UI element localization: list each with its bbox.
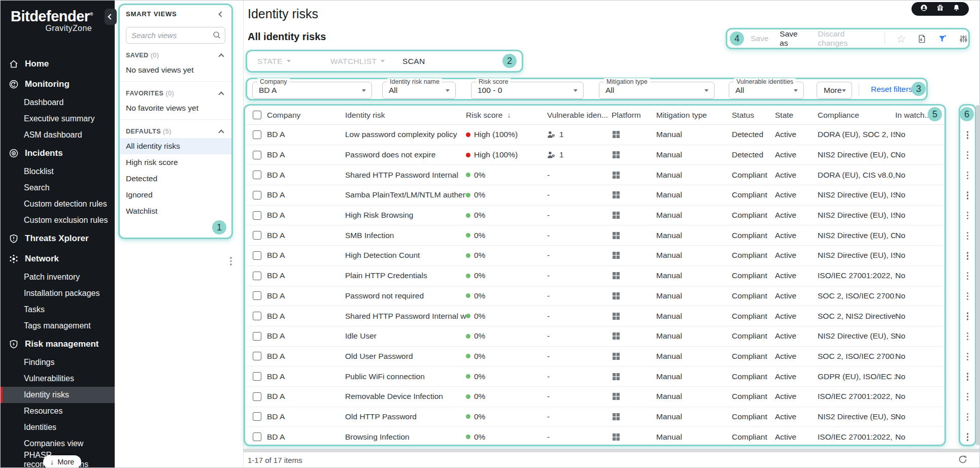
row-actions-menu[interactable] xyxy=(960,306,975,326)
table-row[interactable]: BD AOld HTTP Password0%-ManualCompliantA… xyxy=(245,407,944,427)
sidebar-item-patch-inventory[interactable]: Patch inventory xyxy=(1,269,115,285)
row-actions-menu[interactable] xyxy=(960,185,975,206)
smart-filter-icon[interactable] xyxy=(938,34,948,44)
table-row[interactable]: BD AShared HTTP Password Internal0%-Manu… xyxy=(245,165,944,185)
row-actions-menu[interactable] xyxy=(960,407,975,427)
sidebar-item-executive-summary[interactable]: Executive summary xyxy=(1,111,115,127)
panel-collapse-icon[interactable] xyxy=(218,11,224,17)
table-row[interactable]: BD ARemovable Device Infection0%-ManualC… xyxy=(245,387,944,407)
row-checkbox[interactable] xyxy=(253,211,261,220)
sidebar-item-dashboard[interactable]: Dashboard xyxy=(1,94,115,111)
smart-view-ignored[interactable]: Ignored xyxy=(120,187,231,203)
sidebar-item-custom-exclusion-rules[interactable]: Custom exclusion rules xyxy=(1,212,115,228)
sidebar-item-threats-xplorer[interactable]: Threats Xplorer xyxy=(1,228,115,249)
table-row[interactable]: BD ASamba PlainText/LM/NTLM authenti...0… xyxy=(245,185,944,206)
sidebar-item-incidents[interactable]: Incidents xyxy=(1,143,115,163)
table-row[interactable]: BD APlain HTTP Credentials0%-ManualCompl… xyxy=(245,266,944,286)
row-checkbox[interactable] xyxy=(253,151,261,159)
row-checkbox[interactable] xyxy=(253,372,261,381)
tab-watchlist[interactable]: WATCHLIST xyxy=(330,51,385,71)
sidebar-item-tasks[interactable]: Tasks xyxy=(1,302,115,318)
sidebar-item-resources[interactable]: Resources xyxy=(1,403,115,419)
saved-section-header[interactable]: SAVED (0) xyxy=(126,52,225,59)
sidebar-item-monitoring[interactable]: Monitoring xyxy=(1,74,115,94)
table-row[interactable]: BD ASMB Infection0%-ManualCompliantActiv… xyxy=(245,225,944,246)
sidebar-item-custom-detection-rules[interactable]: Custom detection rules xyxy=(1,196,115,212)
export-icon[interactable] xyxy=(917,34,927,44)
sidebar-item-identities[interactable]: Identities xyxy=(1,419,115,436)
row-checkbox[interactable] xyxy=(253,171,261,179)
row-actions-menu[interactable] xyxy=(960,366,975,387)
account-icon[interactable] xyxy=(920,4,928,14)
sidebar-item-blocklist[interactable]: Blocklist xyxy=(1,163,115,180)
filter-risk-score[interactable]: Risk score100 - 0 xyxy=(471,82,584,99)
sidebar-item-home[interactable]: Home xyxy=(1,54,115,74)
table-row[interactable]: BD ABrowsing Infection0%-ManualCompliant… xyxy=(245,427,944,446)
defaults-section-header[interactable]: DEFAULTS (5) xyxy=(126,128,225,135)
gift-icon[interactable] xyxy=(936,4,944,14)
favorite-star-icon[interactable]: ☆ xyxy=(896,34,906,44)
select-all-checkbox[interactable] xyxy=(253,111,261,119)
more-filters-button[interactable]: More xyxy=(817,82,852,99)
row-checkbox[interactable] xyxy=(253,291,261,300)
columns-settings-icon[interactable] xyxy=(959,34,968,44)
column-header-status[interactable]: Status xyxy=(732,111,775,120)
row-actions-menu[interactable] xyxy=(960,326,975,347)
sidebar-item-asm-dashboard[interactable]: ASM dashboard xyxy=(1,127,115,143)
row-checkbox[interactable] xyxy=(253,251,261,260)
row-checkbox[interactable] xyxy=(253,130,261,139)
sidebar-item-identity-risks[interactable]: Identity risks xyxy=(1,387,115,403)
row-actions-menu[interactable] xyxy=(960,125,975,145)
table-row[interactable]: BD AIdle User0%-ManualCompliantActiveNIS… xyxy=(245,326,944,347)
sidebar-collapse-button[interactable] xyxy=(105,9,117,25)
table-row[interactable]: BD AOld User Password0%-ManualCompliantA… xyxy=(245,347,944,367)
row-actions-menu[interactable] xyxy=(960,427,975,447)
table-row[interactable]: BD ALow password complexity policyHigh (… xyxy=(245,125,944,145)
row-actions-menu[interactable] xyxy=(960,387,975,407)
sidebar-item-network[interactable]: Network xyxy=(1,249,115,269)
sidebar-item-companies-view[interactable]: Companies view xyxy=(1,436,115,452)
favorites-section-header[interactable]: FAVORITES (0) xyxy=(126,90,225,97)
bell-icon[interactable] xyxy=(953,4,960,14)
sidebar-item-findings[interactable]: Findings xyxy=(1,354,115,371)
column-header-identity-risk[interactable]: Identity risk xyxy=(345,111,466,120)
table-row[interactable]: BD AHigh Risk Browsing0%-ManualCompliant… xyxy=(245,206,944,226)
horizontal-scrollbar[interactable] xyxy=(243,449,980,452)
table-row[interactable]: BD AHigh Detection Count0%-ManualComplia… xyxy=(245,246,944,266)
table-row[interactable]: BD APassword not required0%-ManualCompli… xyxy=(245,286,944,307)
row-actions-menu[interactable] xyxy=(960,286,975,307)
column-header-compliance[interactable]: Compliance xyxy=(818,111,895,120)
table-row[interactable]: BD APublic WiFi connection0%-ManualCompl… xyxy=(245,366,944,387)
column-header-mitigation-type[interactable]: Mitigation type xyxy=(656,111,732,120)
tab-scan[interactable]: SCAN xyxy=(402,51,425,71)
column-header-vulnerable-iden[interactable]: Vulnerable iden... xyxy=(547,111,612,120)
sidebar-item-vulnerabilities[interactable]: Vulnerabilities xyxy=(1,371,115,387)
sidebar-more-button[interactable]: ↓More xyxy=(43,455,81,468)
sidebar-item-installation-packages[interactable]: Installation packages xyxy=(1,285,115,302)
table-row[interactable]: BD AShared HTTP Password Internal wit...… xyxy=(245,306,944,326)
tab-state[interactable]: STATE xyxy=(257,51,291,71)
panel-resize-handle[interactable] xyxy=(230,257,232,265)
column-header-state[interactable]: State xyxy=(775,111,818,120)
row-actions-menu[interactable] xyxy=(960,165,975,185)
row-actions-menu[interactable] xyxy=(960,347,975,367)
row-actions-menu[interactable] xyxy=(960,145,975,165)
save-as-button[interactable]: Save as xyxy=(780,29,806,48)
smart-view-high-risk-score[interactable]: High risk score xyxy=(120,154,231,171)
row-checkbox[interactable] xyxy=(253,312,261,320)
vertical-scrollbar[interactable] xyxy=(976,105,980,445)
filter-vulnerable-identities[interactable]: Vulnerable identitiesAll xyxy=(729,82,804,99)
row-checkbox[interactable] xyxy=(253,332,261,341)
reset-filters-link[interactable]: Reset filters xyxy=(871,79,913,99)
row-checkbox[interactable] xyxy=(253,392,261,401)
sidebar-item-risk-management[interactable]: Risk management xyxy=(1,334,115,354)
smart-view-watchlist[interactable]: Watchlist xyxy=(120,203,231,219)
filter-identity-risk-name[interactable]: Identity risk nameAll xyxy=(382,82,456,99)
row-checkbox[interactable] xyxy=(253,272,261,280)
row-checkbox[interactable] xyxy=(253,412,261,421)
search-views-input[interactable] xyxy=(126,27,225,44)
row-checkbox[interactable] xyxy=(253,231,261,240)
sidebar-item-tags-management[interactable]: Tags management xyxy=(1,318,115,334)
discard-changes-button[interactable]: Discard changes xyxy=(818,29,874,48)
row-actions-menu[interactable] xyxy=(960,266,975,286)
